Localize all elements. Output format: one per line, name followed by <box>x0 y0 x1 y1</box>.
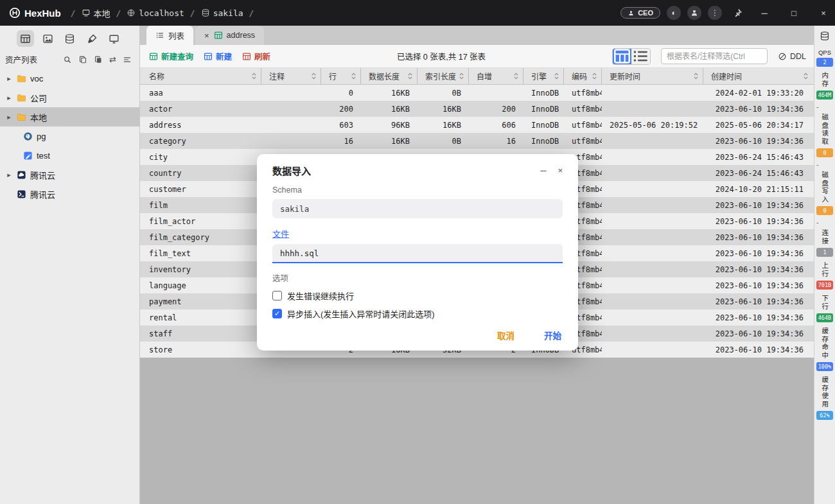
column-header-updated[interactable]: 更新时间 <box>602 68 703 84</box>
tab-close-icon[interactable]: × <box>204 31 209 40</box>
tree-item-tencent-cloud-1[interactable]: ▸腾讯云 <box>0 165 139 184</box>
table-row[interactable]: aaa016KB0BInnoDButf8mb42024-02-01 19:33:… <box>140 85 814 101</box>
metric-separator: - <box>816 161 833 168</box>
table-filter-input[interactable] <box>661 48 768 64</box>
cell-name: film_text <box>140 245 261 261</box>
cancel-button[interactable]: 取消 <box>497 329 514 342</box>
panel-header-icons: ⇄ <box>63 55 132 64</box>
start-button[interactable]: 开始 <box>544 329 561 342</box>
expand-arrow-icon[interactable]: ▸ <box>5 94 13 102</box>
new-button[interactable]: 新建 <box>204 50 232 62</box>
grid-view-button[interactable] <box>613 49 631 64</box>
breadcrumb-label: sakila <box>213 8 243 18</box>
cell-created: 2023-06-10 19:34:36 <box>703 342 813 358</box>
image-view-icon[interactable] <box>39 30 57 47</box>
app-logo: HexHub <box>9 7 61 19</box>
breadcrumb-item-localhost[interactable]: localhost <box>127 8 184 18</box>
cell-engine: InnoDB <box>523 85 564 101</box>
table-row[interactable]: actor20016KB16KB200InnoDButf8mb42023-06-… <box>140 101 814 117</box>
expand-arrow-icon[interactable]: ▸ <box>5 171 13 179</box>
cell-name: country <box>140 165 261 181</box>
checkbox[interactable] <box>272 291 282 300</box>
cell-name: actor <box>140 101 261 117</box>
search-icon[interactable] <box>63 55 72 64</box>
new-query-button[interactable]: 新建查询 <box>149 50 193 62</box>
window-maximize-button[interactable]: □ <box>782 0 805 26</box>
checkbox-row-0[interactable]: 发生错误继续执行 <box>272 290 563 302</box>
tab-label: 列表 <box>168 30 184 42</box>
folder-icon <box>17 93 26 103</box>
tab-list[interactable]: 列表 <box>146 26 193 45</box>
breadcrumb-item-local[interactable]: 本地 <box>82 7 110 19</box>
checkbox-row-1[interactable]: ✓异步插入(发生插入异常时请关闭此选项) <box>272 308 563 320</box>
transfer-icon[interactable]: ⇄ <box>109 55 116 64</box>
breadcrumb-label: localhost <box>139 8 184 18</box>
expand-arrow-icon[interactable]: ▸ <box>5 113 13 121</box>
account-icon[interactable] <box>687 6 701 20</box>
tab-address[interactable]: ×address <box>195 26 264 45</box>
duplicate-icon[interactable] <box>94 55 103 64</box>
dialog-minimize-icon[interactable]: ─ <box>540 166 546 175</box>
table-row[interactable]: address60396KB16KB606InnoDButf8mb42025-0… <box>140 117 814 133</box>
cell-name: film_actor <box>140 213 261 229</box>
sort-icon <box>513 72 519 80</box>
dialog-close-icon[interactable]: × <box>558 166 563 175</box>
selection-status: 已选择 0 张表,共 17 张表 <box>281 50 602 62</box>
pin-icon[interactable] <box>728 8 746 18</box>
list-view-button[interactable] <box>631 49 650 64</box>
collapse-all-icon[interactable] <box>123 55 132 64</box>
ddl-label: DDL <box>790 52 806 61</box>
tree-item-label: 腾讯云 <box>30 188 55 200</box>
tree-item-tencent-cloud-2[interactable]: 腾讯云 <box>0 184 139 204</box>
database-view-icon[interactable] <box>61 30 78 47</box>
window-close-button[interactable]: × <box>812 0 835 26</box>
monitor-view-icon[interactable] <box>105 30 123 47</box>
metric-separator: - <box>816 103 833 110</box>
data-import-dialog: 数据导入 ─ × Schema 文件 选项 发生错误继续执行✓异步插入(发生插入… <box>257 154 578 351</box>
file-input[interactable] <box>272 244 563 263</box>
schema-input[interactable] <box>272 199 563 218</box>
file-link[interactable]: 文件 <box>272 227 289 239</box>
cell-encoding: utf8mb4 <box>564 85 602 101</box>
tree-item-voc[interactable]: ▸voc <box>0 69 139 88</box>
column-header-engine[interactable]: 引擎 <box>523 68 564 84</box>
cell-encoding: utf8mb4 <box>564 117 602 133</box>
column-header-auto_increment[interactable]: 自增 <box>469 68 523 84</box>
ceo-badge[interactable]: CEO <box>620 7 660 19</box>
table-header: 名称注释行数据长度索引长度自增引擎编码更新时间创建时间 <box>140 68 814 85</box>
refresh-button[interactable]: 刷新 <box>242 50 270 62</box>
tree-item-pg[interactable]: pg <box>0 126 139 146</box>
column-header-comment[interactable]: 注释 <box>261 68 321 84</box>
dialog-controls: ─ × <box>540 166 563 175</box>
design-view-icon[interactable] <box>84 30 101 47</box>
tree-item-test[interactable]: test <box>0 146 139 165</box>
ddl-button[interactable]: DDL <box>778 52 806 61</box>
expand-arrow-icon[interactable]: ▸ <box>5 74 13 83</box>
cell-updated <box>602 213 703 229</box>
column-header-encoding[interactable]: 编码 <box>564 68 602 84</box>
copy-icon[interactable] <box>78 55 87 64</box>
tree-item-local[interactable]: ▸本地 <box>0 107 139 126</box>
cell-updated: 2025-05-06 20:19:52 <box>602 117 703 133</box>
column-header-rows[interactable]: 行 <box>321 68 361 84</box>
breadcrumb-item-sakila[interactable]: sakila <box>201 8 243 18</box>
column-header-data_length[interactable]: 数据长度 <box>361 68 418 84</box>
cell-comment <box>261 133 321 149</box>
more-options-icon[interactable]: ⋮ <box>708 6 722 20</box>
column-header-created[interactable]: 创建时间 <box>703 68 813 84</box>
path-separator: / <box>249 8 254 18</box>
column-header-name[interactable]: 名称 <box>140 68 261 84</box>
theme-toggle-icon[interactable]: ◐ <box>667 6 681 20</box>
user-badge-icon <box>628 10 635 17</box>
cell-created: 2024-10-20 21:15:11 <box>703 181 813 197</box>
column-header-index_length[interactable]: 索引长度 <box>418 68 469 84</box>
cell-updated <box>602 165 703 181</box>
checkbox[interactable]: ✓ <box>272 309 282 318</box>
sort-icon <box>351 72 356 80</box>
ddl-slash-icon <box>778 52 787 61</box>
sort-icon <box>311 72 317 80</box>
table-row[interactable]: category1616KB0B16InnoDButf8mb42023-06-1… <box>140 133 814 149</box>
asset-list-view-icon[interactable] <box>17 30 34 47</box>
window-minimize-button[interactable]: ─ <box>753 0 776 26</box>
tree-item-company[interactable]: ▸公司 <box>0 88 139 107</box>
